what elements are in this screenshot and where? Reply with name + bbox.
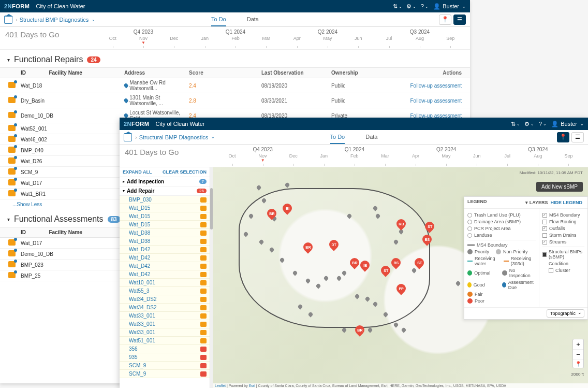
sidepanel-add-inspection[interactable]: ▸ Add Inspection 7 [120, 177, 210, 186]
tab-todo[interactable]: To Do [330, 131, 345, 144]
list-toggle-button[interactable]: ☰ [453, 15, 466, 25]
leg-cluster: Cluster [555, 268, 570, 273]
tab-data[interactable]: Data [247, 13, 259, 26]
sort-icon[interactable]: ⇅⌄ [393, 2, 402, 11]
map-toggle-button[interactable]: 📍 [557, 132, 569, 142]
home-icon[interactable] [124, 133, 132, 141]
bmp-icon [8, 125, 16, 131]
zoom-in-button[interactable]: + [573, 339, 583, 350]
gear-icon[interactable]: ⚙⌄ [524, 119, 534, 128]
leg-good: Good [474, 282, 485, 288]
logo[interactable]: 2NFORM [4, 3, 30, 9]
list-toggle-button[interactable]: ☰ [571, 132, 584, 142]
home-icon[interactable] [4, 16, 12, 24]
map-toggle-button[interactable]: 📍 [439, 15, 451, 25]
leaflet-link[interactable]: Leaflet [215, 384, 226, 387]
zoom-out-button[interactable]: − [573, 350, 583, 360]
item-status-icon [200, 231, 207, 236]
sidepanel-repair-item[interactable]: Wat34_DS2 [120, 304, 210, 312]
sidepanel-repair-item[interactable]: 935 [120, 353, 210, 362]
bmp-icon [8, 261, 16, 267]
item-status-icon [200, 322, 207, 327]
table-row[interactable]: Wat_D18 Manabe Ow Rd Watsonvill... 2.4 0… [0, 78, 470, 93]
sort-icon[interactable]: ⇅⌄ [511, 119, 520, 128]
sidepanel-repair-item[interactable]: Wat55_3 [120, 287, 210, 295]
checkbox-sbmp[interactable] [542, 252, 547, 257]
sidepanel-repair-item[interactable]: BMP_030 [120, 196, 210, 204]
bmp-icon [8, 179, 16, 185]
clear-selection-link[interactable]: CLEAR SELECTION [163, 169, 207, 175]
col-id: ID [21, 70, 26, 76]
col-own: Ownership [331, 70, 404, 76]
sidepanel: EXPAND ALL CLEAR SELECTION ▸ Add Inspect… [120, 167, 210, 388]
help-icon[interactable]: ?⌄ [420, 2, 429, 11]
followup-link[interactable]: Follow-up assessment [410, 98, 462, 104]
sidepanel-repair-item[interactable]: Wat_D38 [120, 237, 210, 246]
logo[interactable]: 2NFORM [124, 121, 149, 127]
sidepanel-repair-item[interactable]: Wat_D42 [120, 246, 210, 254]
checkbox[interactable] [542, 233, 547, 238]
radio[interactable] [467, 220, 472, 224]
sidepanel-repair-item[interactable]: Wat51_001 [120, 337, 210, 345]
tab-todo[interactable]: To Do [211, 13, 226, 26]
user-menu[interactable]: 👤 Buster ⌄ [551, 121, 584, 127]
col-act: Actions [404, 70, 462, 76]
topbar: 2NFORM City of Clean Water ⇅⌄ ⚙⌄ ?⌄ 👤 Bu… [120, 118, 588, 130]
checkbox[interactable] [542, 213, 547, 218]
breadcrumb[interactable]: Structural BMP Diagnostics ⌄ [20, 17, 96, 23]
map[interactable]: BIBRRBSTBSDTBRBRIBBSSTSTPPBR Modified: 1… [213, 167, 588, 388]
gear-icon[interactable]: ⚙⌄ [406, 2, 416, 11]
item-status-icon [200, 313, 207, 319]
checkbox[interactable] [542, 226, 547, 231]
tab-data[interactable]: Data [365, 131, 377, 144]
followup-link[interactable]: Follow-up assessment [410, 83, 462, 89]
sidepanel-repair-item[interactable]: 356 [120, 345, 210, 353]
item-status-icon [200, 338, 207, 343]
sidepanel-repair-item[interactable]: Wat_D15 [120, 204, 210, 212]
radio[interactable] [467, 233, 472, 238]
sidepanel-repair-item[interactable]: Wat33_001 [120, 328, 210, 337]
sidepanel-repair-item[interactable]: Wat33_001 [120, 312, 210, 320]
locate-button[interactable]: 📍 [573, 360, 583, 368]
help-icon[interactable]: ?⌄ [538, 119, 547, 128]
sidepanel-repair-item[interactable]: Wat_D42 [120, 262, 210, 270]
sidepanel-add-repair[interactable]: ▾ Add Repair 26 [120, 186, 210, 196]
item-status-icon [200, 214, 207, 219]
app-title: City of Clean Water [36, 3, 393, 9]
hide-legend-link[interactable]: HIDE LEGEND [550, 200, 582, 205]
add-new-sbmp-button[interactable]: Add New sBMP [536, 182, 583, 192]
sidepanel-repair-item[interactable]: Wat34_DS2 [120, 295, 210, 304]
radio[interactable] [467, 213, 472, 218]
layers-label: LAYERS [530, 200, 548, 205]
bmp-icon [8, 190, 16, 196]
expand-all-link[interactable]: EXPAND ALL [123, 169, 152, 175]
user-menu[interactable]: 👤 Buster ⌄ [433, 3, 466, 10]
sidepanel-repair-item[interactable]: Wat_D15 [120, 221, 210, 229]
breadcrumb[interactable]: Structural BMP Diagnostics ⌄ [139, 134, 215, 140]
sidepanel-repair-item[interactable]: Wat10_001 [120, 279, 210, 287]
sidepanel-repair-item[interactable]: Wat33_001 [120, 320, 210, 328]
table-row[interactable]: Dry_Basin 1301 Main St Watsonville, ... … [0, 93, 470, 108]
sidepanel-repair-item[interactable]: Wat_D15 [120, 212, 210, 221]
item-status-icon [200, 355, 207, 360]
sidepanel-repair-item[interactable]: Wat_D42 [120, 270, 210, 279]
sidepanel-repair-item[interactable]: Wat_D42 [120, 254, 210, 262]
bmp-icon [8, 97, 16, 103]
checkbox-cluster[interactable] [549, 268, 553, 273]
item-status-icon [200, 264, 207, 269]
sidepanel-repair-item[interactable]: Wat_D38 [120, 229, 210, 237]
leg-poor: Poor [475, 298, 484, 304]
sidepanel-repair-item[interactable]: SCM_9 [120, 370, 210, 378]
sidepanel-repair-item[interactable]: SCM_9 [120, 362, 210, 370]
item-status-icon [200, 347, 207, 352]
checkbox[interactable] [542, 240, 547, 245]
esri-link[interactable]: Esri [249, 384, 255, 387]
section-assessments-title: Functional Assessments [14, 214, 104, 224]
bmp-icon [8, 272, 16, 278]
radio[interactable] [467, 226, 472, 231]
section-repairs-header[interactable]: ▾ Functional Repairs 24 [0, 50, 470, 67]
layers-caret-icon[interactable]: ▾ LAYERS [525, 200, 548, 205]
basemap-select[interactable]: Topographic [547, 309, 584, 318]
item-status-icon [200, 247, 207, 252]
checkbox[interactable] [542, 220, 547, 224]
